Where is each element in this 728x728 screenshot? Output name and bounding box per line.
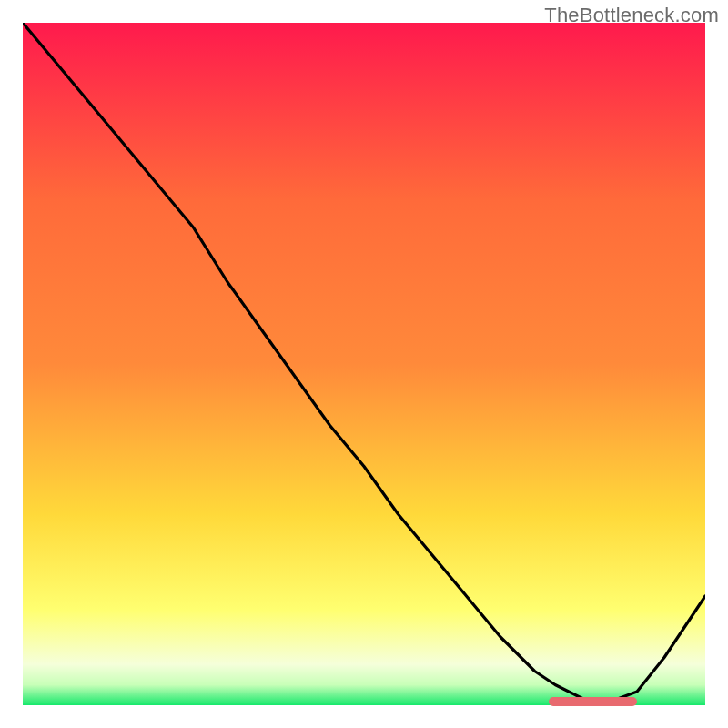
optimal-range-marker	[549, 697, 638, 706]
chart-svg	[23, 23, 705, 705]
gradient-background	[23, 23, 705, 705]
plot-area	[23, 23, 705, 705]
chart-container: TheBottleneck.com	[0, 0, 728, 728]
